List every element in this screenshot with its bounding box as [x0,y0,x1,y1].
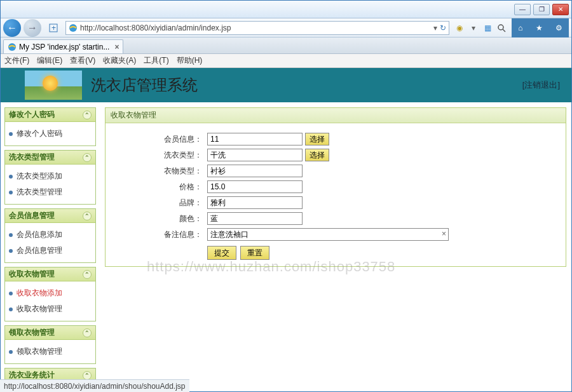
label-remark: 备注信息： [106,229,207,240]
menu-bar: 文件(F) 编辑(E) 查看(V) 收藏夹(A) 工具(T) 帮助(H) [1,54,571,68]
panel-header[interactable]: 收取衣物管理⌃ [5,267,95,281]
bullet-icon [9,175,13,179]
panel-title: 领取衣物管理 [9,327,55,338]
svg-text:+: + [51,24,56,32]
input-clothtype[interactable] [207,165,303,177]
input-washtype[interactable] [207,149,303,161]
sidebar-item-label: 领取衣物管理 [17,346,62,357]
home-icon[interactable]: ⌂ [518,24,522,32]
sidebar-panel: 领取衣物管理⌃领取衣物管理 [4,325,96,364]
panel-header[interactable]: 洗衣类型管理⌃ [5,151,95,165]
settings-icon[interactable]: ⚙ [555,24,562,32]
close-button[interactable]: ✕ [552,4,569,15]
status-text: http://localhost:8080/xiyidian/admin/sho… [4,382,186,391]
browser-tab[interactable]: My JSP 'index.jsp' startin... × [3,39,123,53]
logout-link[interactable]: [注销退出] [522,79,560,91]
sidebar-item-label: 收取衣物管理 [17,304,62,314]
bullet-icon [9,308,13,311]
sidebar-item-label: 会员信息管理 [17,245,62,256]
sidebar-item[interactable]: 洗衣类型管理 [8,184,93,200]
sidebar-item-label: 会员信息添加 [17,229,62,240]
sidebar-item[interactable]: 收取衣物添加 [8,285,93,301]
sidebar: 修改个人密码⌃修改个人密码洗衣类型管理⌃洗衣类型添加洗衣类型管理会员信息管理⌃会… [1,102,100,392]
clear-icon[interactable]: × [442,229,446,238]
form: 会员信息：选择 洗衣类型：选择 衣物类型： 价格： 品牌： 颜色： 备注信息：×… [106,123,566,266]
menu-file[interactable]: 文件(F) [4,55,29,66]
collapse-icon[interactable]: ⌃ [83,153,92,162]
app-banner: 洗衣店管理系统 [注销退出] [1,68,571,102]
window-titlebar: — ❐ ✕ [1,1,571,18]
bullet-icon [9,132,13,136]
address-bar[interactable]: ▾ ↻ [65,21,449,35]
tab-close-icon[interactable]: × [114,43,119,51]
bullet-icon [9,233,13,237]
reset-button[interactable]: 重置 [240,246,269,260]
main-content: 收取衣物管理 会员信息：选择 洗衣类型：选择 衣物类型： 价格： 品牌： 颜色：… [100,102,571,392]
input-member[interactable] [207,133,303,145]
submit-button[interactable]: 提交 [207,246,236,260]
security-icon[interactable]: ◉ [454,23,465,33]
extension-icon[interactable]: ▦ [482,23,493,33]
sidebar-item[interactable]: 修改个人密码 [8,126,93,142]
panel-header[interactable]: 修改个人密码⌃ [5,108,95,122]
input-remark[interactable] [207,228,449,241]
app-logo [25,71,82,100]
panel-title: 会员信息管理 [9,210,55,221]
collapse-icon[interactable]: ⌃ [83,212,92,220]
sidebar-item[interactable]: 领取衣物管理 [8,344,93,360]
label-price: 价格： [106,182,207,193]
label-washtype: 洗衣类型： [106,150,207,161]
app-title: 洗衣店管理系统 [91,75,198,95]
collapse-icon[interactable]: ⌃ [83,328,92,337]
panel-title: 修改个人密码 [9,109,55,120]
tab-bar: My JSP 'index.jsp' startin... × [1,37,571,54]
input-brand[interactable] [207,196,303,209]
select-member-button[interactable]: 选择 [305,133,329,145]
menu-help[interactable]: 帮助(H) [177,55,203,66]
dropdown-arrow-icon[interactable]: ▾ [468,23,479,33]
sidebar-item-label: 洗衣类型添加 [17,171,62,182]
box-header: 收取衣物管理 [106,108,566,123]
bullet-icon [9,249,13,253]
back-button[interactable]: ← [3,19,21,37]
dropdown-icon[interactable]: ▾ [433,24,437,32]
input-color[interactable] [207,212,303,225]
input-price[interactable] [207,180,303,193]
menu-view[interactable]: 查看(V) [70,55,95,66]
ie-icon [69,24,78,32]
refresh-icon[interactable]: ↻ [440,24,446,32]
maximize-button[interactable]: ❐ [533,4,550,15]
status-bar: http://localhost:8080/xiyidian/admin/sho… [0,379,189,392]
sidebar-item[interactable]: 会员信息管理 [8,243,93,259]
select-washtype-button[interactable]: 选择 [305,149,329,161]
sidebar-item[interactable]: 会员信息添加 [8,227,93,243]
sidebar-panel: 收取衣物管理⌃收取衣物添加收取衣物管理 [4,267,96,321]
label-color: 颜色： [106,213,207,224]
collapse-icon[interactable]: ⌃ [83,371,92,380]
app-container: 洗衣店管理系统 [注销退出] 修改个人密码⌃修改个人密码洗衣类型管理⌃洗衣类型添… [1,68,571,392]
favorites-icon[interactable]: ★ [536,24,543,32]
ie-toolbar: ⌂ ★ ⚙ [512,18,569,37]
menu-tools[interactable]: 工具(T) [144,55,168,66]
svg-point-3 [498,25,503,30]
page-icon-button[interactable]: + [44,20,63,36]
forward-button[interactable]: → [24,19,41,37]
minimize-button[interactable]: — [514,4,531,15]
bullet-icon [9,350,13,354]
search-icon[interactable] [496,23,507,33]
sidebar-item[interactable]: 洗衣类型添加 [8,168,93,184]
menu-favorites[interactable]: 收藏夹(A) [103,55,136,66]
panel-body: 修改个人密码 [5,122,95,145]
panel-header[interactable]: 会员信息管理⌃ [5,209,95,223]
panel-title: 收取衣物管理 [9,269,55,280]
sidebar-panel: 会员信息管理⌃会员信息添加会员信息管理 [4,208,96,263]
menu-edit[interactable]: 编辑(E) [37,55,62,66]
url-input[interactable] [80,24,431,32]
navbar-right-icons: ◉ ▾ ▦ [452,23,509,33]
panel-body: 会员信息添加会员信息管理 [5,223,95,262]
collapse-icon[interactable]: ⌃ [83,270,92,279]
collapse-icon[interactable]: ⌃ [83,111,92,119]
tab-title: My JSP 'index.jsp' startin... [19,43,109,51]
panel-header[interactable]: 领取衣物管理⌃ [5,326,95,340]
sidebar-item[interactable]: 收取衣物管理 [8,301,93,317]
